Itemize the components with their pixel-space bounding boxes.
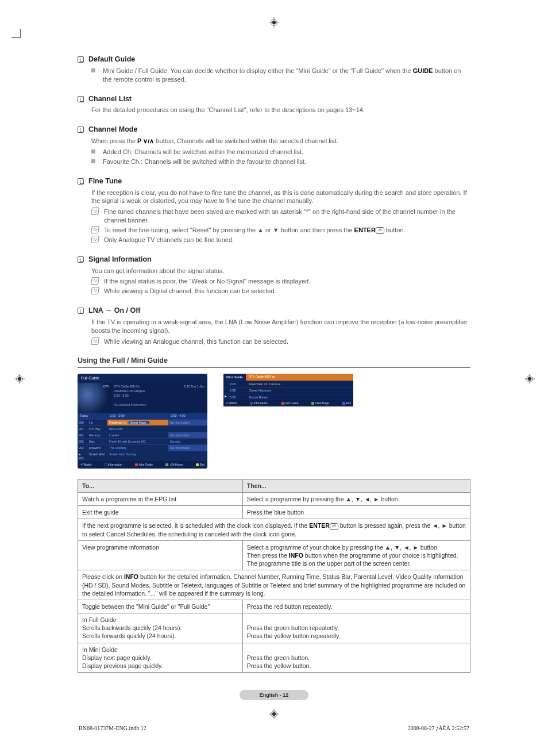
fg-table-header: Today 2:00 - 3:00 3:00 - 4:00 [78, 413, 207, 419]
section-marker-icon [78, 96, 84, 102]
section-body: When press the P ∨/∧ button, Channels wi… [91, 137, 470, 145]
subheading-using-guide: Using the Full / Mini Guide [78, 356, 470, 368]
page-number-badge: English - 12 [240, 690, 308, 700]
section-title: Fine Tune [88, 176, 122, 186]
note-item: NFine tuned channels that have been save… [91, 208, 470, 225]
section-fine-tune: Fine Tune If the reception is clear, you… [78, 176, 470, 244]
note-item: NTo reset the fine-tuning, select "Reset… [91, 226, 470, 235]
crop-mark-tl [11, 29, 21, 38]
enter-icon: ⏎ [376, 227, 384, 234]
fg-preview-info: DTV Cable 900 f tn2:10 Tue 1 Jun Freshme… [111, 383, 207, 413]
section-channel-mode: Channel Mode When press the P ∨/∧ button… [78, 125, 470, 166]
section-title: LNA → On / Off [88, 306, 141, 316]
section-body: You can get information about the signal… [91, 267, 470, 275]
table-row: View programme information Select a prog… [78, 540, 470, 570]
registration-mark-right [524, 374, 534, 383]
note-icon: N [91, 287, 99, 294]
section-default-guide: Default Guide Mini Guide / Full Guide: Y… [78, 55, 470, 84]
registration-mark-left [14, 374, 24, 383]
table-note-row: If the next programme is selected, it is… [78, 519, 470, 540]
bullet-item: Mini Guide / Full Guide: You can decide … [91, 67, 470, 84]
note-item: NOnly Analogue TV channels can be fine t… [91, 236, 470, 244]
section-title: Channel Mode [88, 125, 137, 135]
table-row: In Full Guide Scrolls backwards quickly … [78, 613, 470, 643]
mg-row: ▶5:00Booze Britain [223, 394, 353, 400]
section-marker-icon [78, 256, 84, 263]
fg-row: 901ITV PlayMint Extra [78, 425, 207, 432]
section-signal-information: Signal Information You can get informati… [78, 255, 470, 296]
table-header-row: To... Then... [78, 479, 470, 492]
note-icon: N [91, 236, 99, 243]
mg-footer: ⏎ Watch ⓘ Information Full Guide Next Pa… [223, 400, 353, 406]
bullet-item: Added Ch: Channels will be switched with… [91, 148, 470, 156]
fg-title: Full Guide [78, 374, 207, 382]
table-note-row: Please click on INFO button for the deta… [78, 570, 470, 600]
square-bullet-icon [91, 159, 95, 163]
instruction-table: To... Then... Watch a programme in the E… [78, 479, 470, 673]
th-then: Then... [242, 479, 470, 492]
section-marker-icon [78, 308, 84, 314]
bullet-item: Favourite Ch.: Channels will be switched… [91, 158, 470, 166]
note-item: NIf the signal status is poor, the "Weak… [91, 277, 470, 286]
section-marker-icon [78, 56, 84, 63]
fg-row: 900f tnFreshmen O..Street Hypn..No Infor… [78, 419, 207, 425]
section-marker-icon [78, 126, 84, 133]
mini-guide-screenshot: Mini Guide DTV Cable 900 f tn 2:00Freshm… [223, 374, 353, 406]
square-bullet-icon [91, 149, 95, 153]
note-icon: N [91, 277, 99, 285]
mg-row: 2:00Freshmen On Campus [223, 381, 353, 387]
fg-row: 903KissFresh 40 with Dynamite MCKisstory [78, 438, 207, 444]
note-item: NWhile viewing a Digital channel, this f… [91, 287, 470, 296]
mg-header: Mini Guide DTV Cable 900 f tn [223, 374, 353, 381]
section-marker-icon [78, 178, 84, 185]
note-icon: N [91, 208, 99, 215]
section-title: Default Guide [88, 55, 135, 64]
note-icon: N [91, 226, 99, 233]
section-title: Signal Information [88, 255, 152, 264]
fg-row: 903onewordThe DistilleryNo Information [78, 444, 207, 451]
footer-filename: BN68-01737M-ENG.indb 12 [79, 724, 146, 732]
full-guide-screenshot: Full Guide DTV DTV Cable 900 f tn2:10 Tu… [78, 374, 207, 469]
enter-icon: ⏎ [330, 523, 338, 530]
section-lna: LNA → On / Off If the TV is operating in… [78, 306, 470, 346]
registration-mark-bottom [269, 709, 279, 722]
square-bullet-icon [91, 68, 95, 72]
footer-timestamp: 2008-08-27 ¿ÀÈÄ 2:52:57 [408, 724, 469, 732]
mg-row: 2:30Street Hypnosis [223, 387, 353, 394]
table-row: In Mini Guide Display next page quickly.… [78, 643, 470, 673]
section-title: Channel List [88, 94, 132, 104]
section-body: For the detailed procedures on using the… [91, 106, 470, 114]
section-channel-list: Channel List For the detailed procedures… [78, 94, 470, 115]
section-body: If the reception is clear, you do not ha… [91, 189, 470, 206]
th-to: To... [78, 479, 243, 492]
section-body: If the TV is operating in a weak-signal … [91, 318, 470, 335]
fg-preview-thumb: DTV [78, 383, 111, 413]
table-row: Exit the guide Press the blue button [78, 506, 470, 519]
fg-row: 902Kerrang!LoadedNo Information [78, 432, 207, 438]
note-icon: N [91, 337, 99, 345]
note-item: NWhile viewing an Analogue channel, this… [91, 337, 470, 346]
fg-row: ▶ 903Smash Hits!Smash Hits! Sunday [78, 451, 207, 461]
table-row: Toggle between the "Mini Guide" or "Full… [78, 600, 470, 613]
table-row: Watch a programme in the EPG list Select… [78, 493, 470, 506]
fg-footer: ⏎ Watch ⓘ Information Mini Guide +24 Hou… [78, 461, 207, 469]
